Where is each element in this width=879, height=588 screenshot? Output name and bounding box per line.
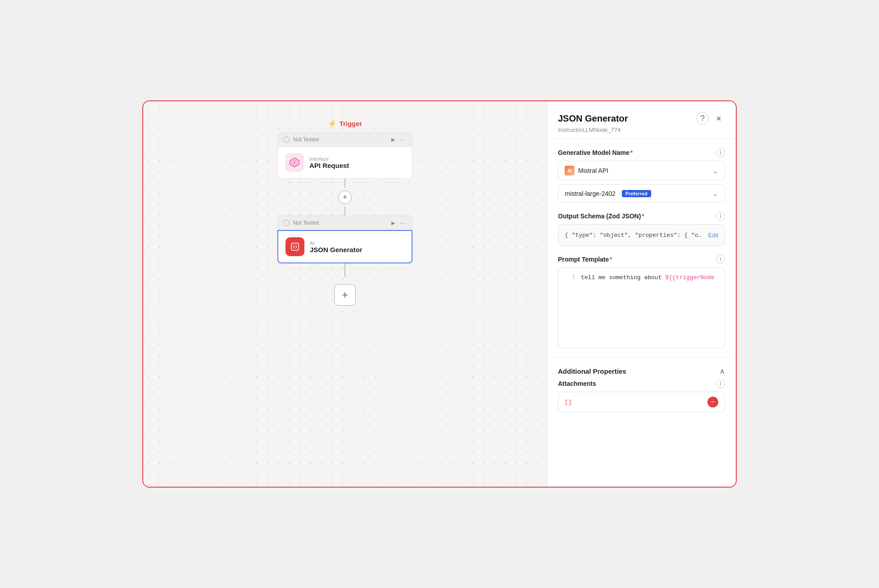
app-container: ⚡ Trigger Not Tested ▶ ··· — [142, 100, 737, 488]
schema-label-row: Output Schema (Zod JSON)* i — [558, 212, 725, 221]
node1-menu-button[interactable]: ··· — [400, 136, 407, 143]
attachments-field: Attachments i [] − — [558, 379, 725, 412]
model-left: mistral-large-2402 Preferred — [565, 190, 651, 197]
node1-type: Interface — [309, 156, 349, 162]
panel-header-actions: ? × — [696, 112, 725, 125]
prompt-label-row: Prompt Template* i — [558, 255, 725, 264]
node2-menu-button[interactable]: ··· — [400, 219, 407, 226]
panel-content: Generative Model Name* i M Mistral API ⌄… — [547, 139, 736, 421]
model-name-label-row: Generative Model Name* i — [558, 148, 725, 157]
node1-status-text: Not Tested — [293, 136, 385, 143]
connector1: + — [338, 179, 352, 216]
node2-name: JSON Generator — [310, 246, 362, 253]
canvas-area[interactable]: ⚡ Trigger Not Tested ▶ ··· — [143, 101, 547, 487]
panel-subtitle: InstructorLLMNode_774 — [558, 127, 725, 133]
schema-field-group: Output Schema (Zod JSON)* i { "type": "o… — [558, 212, 725, 246]
add-step-button-1[interactable]: + — [338, 190, 352, 204]
right-panel: JSON Generator ? × InstructorLLMNode_774… — [547, 101, 736, 487]
node2-play-button[interactable]: ▶ — [389, 219, 397, 227]
additional-props-chevron-icon: ∧ — [720, 367, 725, 375]
prompt-editor[interactable]: 1 tell me something about ${{triggerNode — [558, 267, 725, 348]
svg-text:{}: {} — [293, 244, 298, 249]
add-step-button-large[interactable]: + — [334, 284, 356, 306]
node2-header-actions: ▶ ··· — [389, 219, 407, 227]
attachments-header: Attachments i — [558, 379, 725, 388]
model-name-field-group: Generative Model Name* i M Mistral API ⌄… — [558, 148, 725, 203]
additional-props-title: Additional Properties — [558, 367, 626, 375]
provider-select[interactable]: M Mistral API ⌄ — [558, 161, 725, 181]
additional-props-header[interactable]: Additional Properties ∧ — [558, 367, 725, 375]
connector-line-bottom — [344, 207, 345, 216]
section-divider — [547, 357, 736, 358]
mistral-icon: M — [565, 166, 575, 176]
svg-point-2 — [294, 162, 295, 163]
attachments-info-icon[interactable]: i — [716, 379, 725, 388]
template-variable: ${{triggerNode — [665, 274, 714, 281]
connector-line-top — [344, 179, 345, 188]
model-chevron-icon: ⌄ — [712, 189, 718, 198]
help-button[interactable]: ? — [696, 112, 709, 125]
schema-label: Output Schema (Zod JSON)* — [558, 213, 644, 220]
prompt-label: Prompt Template* — [558, 256, 612, 263]
provider-label: Mistral API — [578, 167, 608, 174]
node2-text: AI JSON Generator — [310, 240, 362, 253]
attachments-value: [] — [565, 399, 572, 406]
node1-wrapper: Not Tested ▶ ··· Int — [277, 132, 412, 179]
connector-line-below — [344, 263, 345, 277]
prompt-required: * — [610, 256, 612, 263]
prompt-line-1: 1 tell me something about ${{triggerNode — [558, 268, 725, 288]
node2-header: Not Tested ▶ ··· — [277, 216, 412, 230]
flow-wrapper: ⚡ Trigger Not Tested ▶ ··· — [143, 101, 547, 487]
node1-header-actions: ▶ ··· — [389, 136, 407, 144]
node1-text: Interface API Request — [309, 156, 349, 169]
close-button[interactable]: × — [712, 112, 725, 125]
json-icon: {} — [290, 241, 300, 252]
trigger-text: Trigger — [340, 120, 362, 127]
schema-value: { "type": "object", "properties": { "out… — [565, 232, 705, 239]
node2-wrapper: Not Tested ▶ ··· {} AI J — [277, 216, 412, 263]
node1-name: API Request — [309, 162, 349, 169]
schema-required: * — [642, 213, 644, 220]
node1-status-circle — [283, 136, 290, 143]
panel-header: JSON Generator ? × InstructorLLMNode_774 — [547, 101, 736, 139]
panel-title-row: JSON Generator ? × — [558, 112, 725, 125]
node1-icon — [285, 153, 304, 172]
connector2 — [344, 263, 345, 277]
node2-body[interactable]: {} AI JSON Generator — [277, 230, 412, 263]
node1-play-button[interactable]: ▶ — [389, 136, 397, 144]
panel-title: JSON Generator — [558, 113, 628, 124]
node1-header: Not Tested ▶ ··· — [277, 132, 412, 147]
node1-body[interactable]: Interface API Request — [277, 147, 412, 179]
additional-props-section: Additional Properties ∧ Attachments i []… — [558, 367, 725, 412]
bolt-icon: ⚡ — [328, 119, 337, 128]
model-value: mistral-large-2402 — [565, 190, 616, 197]
interface-icon — [289, 157, 300, 168]
provider-value: M Mistral API — [565, 166, 608, 176]
node2-status-circle — [283, 220, 290, 226]
node2-type: AI — [310, 240, 362, 246]
node2-icon: {} — [285, 237, 304, 256]
schema-info-icon[interactable]: i — [716, 212, 725, 221]
model-name-label: Generative Model Name* — [558, 149, 633, 156]
model-name-info-icon[interactable]: i — [716, 148, 725, 157]
prompt-field-group: Prompt Template* i 1 tell me something a… — [558, 255, 725, 348]
trigger-label: ⚡ Trigger — [328, 119, 362, 128]
prompt-info-icon[interactable]: i — [716, 255, 725, 264]
preferred-badge: Preferred — [622, 190, 651, 197]
schema-edit-link[interactable]: Edit — [708, 232, 718, 239]
line-number-1: 1 — [565, 273, 575, 280]
model-select[interactable]: mistral-large-2402 Preferred ⌄ — [558, 184, 725, 203]
schema-field[interactable]: { "type": "object", "properties": { "out… — [558, 224, 725, 246]
attachments-label: Attachments — [558, 380, 596, 387]
provider-chevron-icon: ⌄ — [712, 167, 718, 175]
node2-status-text: Not Tested — [293, 220, 385, 226]
prompt-content-1: tell me something about ${{triggerNode — [581, 273, 718, 282]
required-mark: * — [630, 149, 633, 156]
attachments-minus-button[interactable]: − — [707, 397, 718, 407]
attachments-editor[interactable]: [] − — [558, 392, 725, 412]
